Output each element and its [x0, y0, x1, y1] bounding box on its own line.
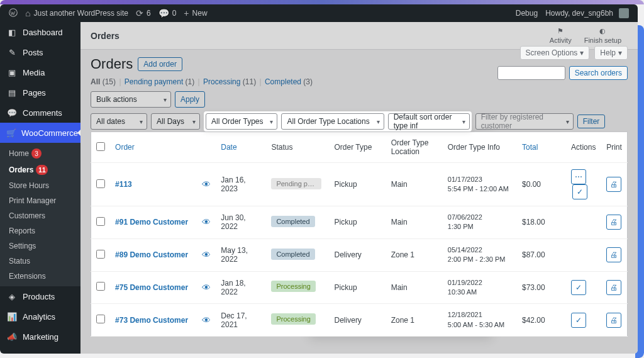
menu-item-appearance[interactable]: 🖌Appearance [0, 347, 80, 354]
preview-icon[interactable]: 👁 [202, 217, 211, 227]
col-total[interactable]: Total [517, 132, 566, 163]
sub-item-home[interactable]: Home3 [0, 145, 80, 162]
order-link[interactable]: #89 Demo Customer [115, 250, 188, 259]
filter-order-types-select[interactable]: All Order Types [206, 113, 277, 130]
wp-logo[interactable] [5, 8, 21, 19]
complete-button[interactable]: ✓ [571, 313, 586, 328]
comment-icon: 💬 [158, 8, 169, 18]
row-checkbox[interactable] [96, 217, 105, 226]
preview-icon[interactable]: 👁 [202, 315, 211, 325]
order-date: Jun 30, 2022 [216, 206, 266, 239]
filter-dates-select[interactable]: All dates [91, 113, 147, 130]
comments-count: 0 [172, 9, 177, 18]
col-date[interactable]: Date [216, 132, 266, 163]
finish-setup-button[interactable]: ◐ Finish setup [578, 27, 628, 44]
row-checkbox[interactable] [96, 315, 105, 323]
new-content[interactable]: + New [180, 8, 211, 18]
preview-icon[interactable]: 👁 [202, 282, 211, 293]
comments-link[interactable]: 💬 0 [155, 8, 180, 18]
menu-item-analytics[interactable]: 📊Analytics [0, 306, 80, 327]
filter-button[interactable]: Filter [577, 115, 606, 128]
filter-days-select[interactable]: All Days [151, 113, 200, 130]
view-pending[interactable]: Pending payment [125, 77, 183, 86]
help-button[interactable]: Help ▾ [594, 46, 628, 60]
site-name[interactable]: ⌂ Just another WordPress site [21, 8, 132, 18]
order-date: Dec 17, 2021 [216, 304, 266, 337]
appearance-icon: 🖌 [6, 351, 18, 354]
sub-item-print-manager[interactable]: Print Manager [0, 193, 80, 208]
menu-label: Marketing [23, 332, 58, 342]
sub-item-customers[interactable]: Customers [0, 208, 80, 223]
debug-link[interactable]: Debug [512, 9, 541, 18]
menu-item-woocommerce[interactable]: 🛒WooCommerce [0, 123, 80, 143]
plus-icon: + [184, 8, 189, 18]
menu-item-dashboard[interactable]: ◧Dashboard [0, 22, 80, 42]
sub-item-store-hours[interactable]: Store Hours [0, 178, 80, 193]
print-button[interactable]: 🖨 [606, 177, 621, 192]
menu-item-marketing[interactable]: 📣Marketing [0, 327, 80, 347]
print-button[interactable]: 🖨 [606, 215, 621, 230]
menu-item-pages[interactable]: ▤Pages [0, 82, 80, 103]
avatar [619, 8, 629, 18]
admin-bar: ⌂ Just another WordPress site ⟳ 6 💬 0 + … [0, 4, 638, 22]
order-total: $87.00 [517, 238, 566, 271]
order-link[interactable]: #113 [115, 180, 132, 189]
order-link[interactable]: #91 Demo Customer [115, 218, 188, 227]
view-completed[interactable]: Completed [265, 77, 301, 86]
row-checkbox[interactable] [96, 179, 105, 188]
filter-customer-select[interactable]: Filter by registered customer [475, 113, 574, 130]
menu-label: Posts [23, 48, 43, 57]
table-row[interactable]: #89 Demo Customer 👁 May 13, 2022 Complet… [91, 238, 628, 271]
order-type: Pickup [330, 163, 386, 206]
row-checkbox[interactable] [96, 250, 105, 259]
select-all-checkbox[interactable] [96, 142, 105, 151]
search-orders-input[interactable] [497, 66, 565, 80]
table-row[interactable]: #113 👁 Jan 16, 2023 Pending paym… Pickup… [91, 163, 628, 206]
print-button[interactable]: 🖨 [606, 313, 621, 328]
order-actions: ✓ [566, 304, 601, 337]
complete-button[interactable]: ✓ [572, 184, 587, 199]
menu-item-posts[interactable]: ✎Posts [0, 42, 80, 62]
table-row[interactable]: #91 Demo Customer 👁 Jun 30, 2022 Complet… [91, 206, 628, 239]
complete-button[interactable]: ✓ [571, 280, 586, 295]
view-processing-count: (11) [243, 77, 256, 86]
howdy-link[interactable]: Howdy, dev_sng6bh [541, 8, 633, 18]
screen-options-button[interactable]: Screen Options ▾ [520, 46, 590, 60]
row-checkbox[interactable] [96, 282, 105, 291]
order-actions [566, 206, 601, 239]
order-link[interactable]: #75 Demo Customer [115, 283, 188, 292]
filter-order-type-locations-select[interactable]: All Order Type Locations [281, 113, 384, 130]
finish-setup-label: Finish setup [584, 36, 621, 44]
activity-label: Activity [550, 36, 572, 44]
order-type: Pickup [330, 271, 386, 304]
updates-link[interactable]: ⟳ 6 [132, 8, 155, 18]
menu-item-products[interactable]: ◈Products [0, 286, 80, 306]
table-row[interactable]: #73 Demo Customer 👁 Dec 17, 2021 Process… [91, 304, 628, 337]
apply-bulk-button[interactable]: Apply [175, 91, 205, 108]
sub-item-extensions[interactable]: Extensions [0, 269, 80, 284]
sub-item-status[interactable]: Status [0, 254, 80, 269]
print-button[interactable]: 🖨 [606, 280, 621, 295]
search-orders-button[interactable]: Search orders [569, 66, 628, 80]
table-row[interactable]: #75 Demo Customer 👁 Jan 18, 2022 Process… [91, 271, 628, 304]
more-actions-button[interactable]: ⋯ [571, 169, 586, 184]
view-all-label[interactable]: All [91, 77, 100, 86]
menu-item-comments[interactable]: 💬Comments [0, 103, 80, 123]
menu-item-media[interactable]: ▣Media [0, 62, 80, 82]
add-order-button[interactable]: Add order [138, 57, 182, 71]
sub-item-orders[interactable]: Orders11 [0, 162, 80, 178]
status-pill: Completed [271, 249, 314, 260]
products-icon: ◈ [6, 291, 18, 302]
col-order[interactable]: Order [110, 132, 197, 163]
order-link[interactable]: #73 Demo Customer [115, 316, 188, 325]
sub-item-settings[interactable]: Settings [0, 238, 80, 254]
order-type-location: Zone 1 [386, 304, 443, 337]
bulk-actions-select[interactable]: Bulk actions [91, 91, 171, 108]
filter-sort-order-select[interactable]: Default sort order type inf [388, 113, 470, 130]
preview-icon[interactable]: 👁 [202, 179, 211, 189]
preview-icon[interactable]: 👁 [202, 250, 211, 260]
sub-item-reports[interactable]: Reports [0, 223, 80, 238]
view-processing[interactable]: Processing [203, 77, 240, 86]
print-button[interactable]: 🖨 [606, 247, 621, 262]
activity-button[interactable]: ⚑ Activity [543, 27, 578, 44]
